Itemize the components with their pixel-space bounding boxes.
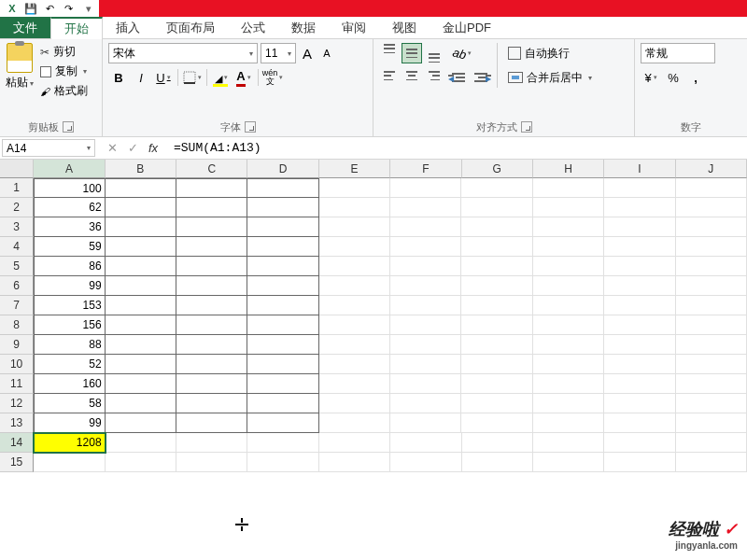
cell-I12[interactable] — [604, 394, 675, 413]
cell-B13[interactable] — [106, 413, 176, 433]
cell-A4[interactable]: 59 — [34, 237, 105, 257]
cell-H8[interactable] — [533, 315, 604, 335]
cell-H10[interactable] — [533, 355, 604, 374]
row-header-4[interactable]: 4 — [0, 237, 34, 257]
cell-I3[interactable] — [604, 217, 675, 237]
cell-D6[interactable] — [247, 276, 318, 296]
orientation-button[interactable]: ab — [448, 43, 476, 63]
cell-H2[interactable] — [533, 198, 604, 217]
cell-A15[interactable] — [34, 453, 105, 472]
cell-F8[interactable] — [390, 315, 461, 335]
cell-I10[interactable] — [604, 355, 675, 374]
cell-E8[interactable] — [319, 315, 390, 335]
cell-B2[interactable] — [106, 198, 176, 217]
clipboard-dialog-launcher[interactable] — [63, 121, 74, 133]
cell-F9[interactable] — [390, 335, 461, 355]
cell-H12[interactable] — [533, 394, 604, 413]
cell-H4[interactable] — [533, 237, 604, 257]
align-right-button[interactable] — [424, 65, 444, 86]
tab-view[interactable]: 视图 — [379, 17, 430, 38]
tab-review[interactable]: 审阅 — [329, 17, 379, 38]
cell-C6[interactable] — [176, 276, 247, 296]
border-button[interactable] — [182, 67, 203, 88]
cell-C3[interactable] — [176, 217, 247, 237]
cell-A6[interactable]: 99 — [34, 276, 105, 296]
cell-E2[interactable] — [319, 198, 390, 217]
cell-A8[interactable]: 156 — [34, 315, 105, 335]
cell-D13[interactable] — [247, 413, 318, 433]
column-header-F[interactable]: F — [390, 160, 461, 178]
cell-C5[interactable] — [176, 257, 247, 276]
cell-A1[interactable]: 100 — [34, 178, 105, 198]
cell-G10[interactable] — [461, 355, 532, 374]
row-header-2[interactable]: 2 — [0, 198, 34, 217]
cell-J3[interactable] — [676, 217, 747, 237]
cell-J8[interactable] — [676, 315, 747, 335]
cell-G6[interactable] — [461, 276, 532, 296]
copy-button[interactable]: 复制▾ — [37, 63, 91, 80]
cell-E5[interactable] — [319, 257, 390, 276]
cell-F4[interactable] — [390, 237, 461, 257]
cell-F15[interactable] — [390, 453, 461, 472]
column-header-G[interactable]: G — [462, 160, 533, 178]
row-header-10[interactable]: 10 — [0, 355, 34, 374]
column-header-C[interactable]: C — [176, 160, 247, 178]
cell-H13[interactable] — [533, 413, 604, 433]
save-icon[interactable]: 💾 — [24, 2, 37, 15]
cell-C2[interactable] — [176, 198, 247, 217]
column-header-H[interactable]: H — [533, 160, 604, 178]
row-header-8[interactable]: 8 — [0, 315, 34, 335]
cell-A13[interactable]: 99 — [34, 413, 105, 433]
cell-C7[interactable] — [176, 296, 247, 315]
cell-J4[interactable] — [676, 237, 747, 257]
cell-A11[interactable]: 160 — [34, 374, 105, 394]
column-header-A[interactable]: A — [34, 160, 105, 178]
cell-G15[interactable] — [462, 453, 533, 472]
cell-E1[interactable] — [319, 178, 390, 198]
cell-I9[interactable] — [604, 335, 675, 355]
cell-D12[interactable] — [247, 394, 318, 413]
cell-C8[interactable] — [176, 315, 247, 335]
row-header-3[interactable]: 3 — [0, 217, 34, 237]
align-top-button[interactable] — [379, 43, 400, 63]
undo-icon[interactable]: ↶ — [43, 2, 56, 15]
cell-J6[interactable] — [676, 276, 747, 296]
row-header-11[interactable]: 11 — [0, 374, 34, 394]
row-header-14[interactable]: 14 — [0, 433, 34, 453]
cell-B14[interactable] — [106, 433, 176, 453]
cell-J13[interactable] — [676, 413, 747, 433]
comma-button[interactable]: , — [685, 67, 706, 88]
cell-B4[interactable] — [106, 237, 176, 257]
cell-F11[interactable] — [390, 374, 461, 394]
cell-G14[interactable] — [462, 433, 533, 453]
cell-I7[interactable] — [604, 296, 675, 315]
cell-H3[interactable] — [533, 217, 604, 237]
cell-H5[interactable] — [533, 257, 604, 276]
merge-center-button[interactable]: 合并后居中▾ — [503, 67, 597, 88]
cell-C11[interactable] — [176, 374, 247, 394]
cell-G4[interactable] — [461, 237, 532, 257]
cell-H9[interactable] — [533, 335, 604, 355]
cell-C9[interactable] — [176, 335, 247, 355]
cell-C4[interactable] — [176, 237, 247, 257]
cell-I13[interactable] — [604, 413, 675, 433]
grow-font-button[interactable]: A — [299, 43, 316, 63]
cell-F10[interactable] — [390, 355, 461, 374]
cell-A7[interactable]: 153 — [34, 296, 105, 315]
font-name-select[interactable]: 宋体▾ — [108, 43, 258, 63]
cell-F6[interactable] — [390, 276, 461, 296]
tab-pdf[interactable]: 金山PDF — [430, 17, 504, 38]
cell-D1[interactable] — [247, 178, 318, 198]
cell-A12[interactable]: 58 — [34, 394, 105, 413]
row-header-1[interactable]: 1 — [0, 178, 34, 198]
cell-A2[interactable]: 62 — [34, 198, 105, 217]
percent-button[interactable]: % — [663, 67, 684, 88]
cell-I11[interactable] — [604, 374, 675, 394]
cell-D8[interactable] — [247, 315, 318, 335]
column-header-J[interactable]: J — [676, 160, 747, 178]
increase-indent-button[interactable]: ▶ — [471, 67, 491, 88]
row-header-5[interactable]: 5 — [0, 257, 34, 276]
tab-home[interactable]: 开始 — [50, 17, 103, 39]
cell-C13[interactable] — [176, 413, 247, 433]
cell-J5[interactable] — [676, 257, 747, 276]
